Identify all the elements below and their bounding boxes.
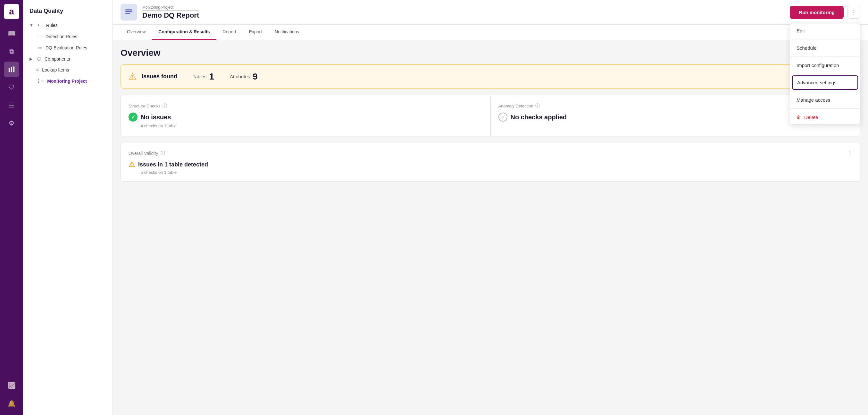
monitoring-icon: ⋮≡ bbox=[36, 78, 44, 84]
anomaly-info-icon: ⓘ bbox=[535, 103, 540, 109]
sidebar-label-detection-rules: Detection Rules bbox=[45, 34, 77, 39]
chevron-down-icon: ▼ bbox=[30, 23, 33, 28]
dropdown-delete[interactable]: 🗑 Delete bbox=[790, 110, 860, 124]
trash-icon: 🗑 bbox=[797, 115, 801, 120]
top-header: Monitoring Project Demo DQ Report Run mo… bbox=[113, 0, 868, 25]
tables-value: 1 bbox=[209, 71, 214, 82]
ok-icon: ✓ bbox=[128, 113, 137, 122]
structure-checks-card: Structure Checks ⓘ ✓ No issues 4 checks … bbox=[121, 95, 491, 136]
sidebar-label-components: Components bbox=[44, 56, 70, 62]
content-area: Overview ⚠ Issues found Tables 1 Attribu… bbox=[113, 40, 868, 415]
sidebar: Data Quality ▼ ≔ Rules ≔ Detection Rules… bbox=[23, 0, 113, 415]
tab-export[interactable]: Export bbox=[243, 25, 268, 40]
header-left: Monitoring Project Demo DQ Report bbox=[121, 4, 199, 21]
dropdown-divider-3 bbox=[790, 74, 860, 74]
dropdown-schedule[interactable]: Schedule bbox=[790, 41, 860, 55]
stat-separator bbox=[222, 72, 222, 81]
dropdown-divider-2 bbox=[790, 56, 860, 57]
sidebar-item-monitoring-project[interactable]: ⋮≡ Monitoring Project bbox=[23, 76, 113, 87]
validity-sub: 5 checks on 1 table bbox=[128, 170, 852, 175]
main-area: Monitoring Project Demo DQ Report Run mo… bbox=[113, 0, 868, 415]
structure-checks-status: ✓ No issues bbox=[128, 113, 483, 122]
issues-found-label: Issues found bbox=[142, 73, 177, 80]
tab-report[interactable]: Report bbox=[216, 25, 243, 40]
dropdown-import-config[interactable]: Import configuration bbox=[790, 58, 860, 72]
structure-checks-sub: 4 checks on 1 table bbox=[128, 123, 483, 128]
header-icon bbox=[121, 4, 137, 21]
tab-overview[interactable]: Overview bbox=[121, 25, 152, 40]
rules-icon: ≔ bbox=[38, 22, 43, 28]
nav-book[interactable]: 📖 bbox=[4, 26, 19, 41]
sidebar-item-detection-rules[interactable]: ≔ Detection Rules bbox=[23, 31, 113, 42]
more-options-button[interactable]: ⋮ bbox=[847, 6, 860, 19]
validity-warn-icon: ⚠ bbox=[128, 160, 135, 169]
nav-bell[interactable]: 🔔 bbox=[4, 396, 19, 411]
svg-rect-0 bbox=[9, 69, 10, 72]
app-logo[interactable]: a bbox=[4, 4, 19, 19]
sidebar-item-dq-eval-rules[interactable]: ≔ DQ Evaluation Rules bbox=[23, 42, 113, 53]
tab-config-results[interactable]: Configuration & Results bbox=[152, 25, 216, 40]
structure-checks-label: Structure Checks ⓘ bbox=[128, 103, 483, 109]
components-icon: ⬡ bbox=[37, 56, 41, 62]
detection-rules-icon: ≔ bbox=[37, 33, 42, 39]
tabs-bar: Overview Configuration & Results Report … bbox=[113, 25, 868, 40]
attributes-label: Attributes bbox=[230, 74, 250, 79]
tab-notifications[interactable]: Notifications bbox=[268, 25, 306, 40]
icon-bar: a 📖 ⧉ 🛡 ☰ ⚙ 📈 🔔 bbox=[0, 0, 23, 415]
svg-point-3 bbox=[9, 68, 10, 69]
nav-list[interactable]: ☰ bbox=[4, 97, 19, 113]
svg-rect-8 bbox=[125, 13, 130, 14]
svg-point-5 bbox=[13, 66, 15, 67]
nav-shield[interactable]: 🛡 bbox=[4, 80, 19, 95]
attributes-value: 9 bbox=[253, 71, 258, 82]
nav-pulse[interactable]: 📈 bbox=[4, 378, 19, 393]
header-title: Demo DQ Report bbox=[142, 11, 199, 20]
clock-icon: ○ bbox=[498, 113, 507, 122]
validity-more-button[interactable]: ⋮ bbox=[846, 149, 852, 157]
issues-stats: Tables 1 Attributes 9 bbox=[193, 71, 258, 82]
lookup-icon: ≡ bbox=[36, 67, 39, 73]
svg-rect-2 bbox=[13, 67, 15, 72]
header-right: Run monitoring ⋮ bbox=[790, 6, 860, 19]
sidebar-label-dq-eval-rules: DQ Evaluation Rules bbox=[45, 45, 87, 50]
svg-rect-1 bbox=[11, 68, 12, 72]
sidebar-label-monitoring-project: Monitoring Project bbox=[47, 79, 87, 84]
sidebar-label-lookup: Lookup Items bbox=[42, 67, 69, 72]
svg-rect-6 bbox=[125, 9, 132, 10]
chevron-right-icon: ▶ bbox=[30, 57, 32, 61]
svg-rect-7 bbox=[125, 11, 132, 12]
tables-label: Tables bbox=[193, 74, 207, 79]
dq-eval-rules-icon: ≔ bbox=[37, 45, 42, 51]
validity-label: Overall Validity ⓘ bbox=[128, 150, 165, 156]
validity-status: ⚠ Issues in 1 table detected bbox=[128, 160, 852, 169]
dropdown-divider-1 bbox=[790, 39, 860, 39]
dropdown-advanced-settings[interactable]: Advanced settings bbox=[792, 76, 858, 90]
validity-info-icon: ⓘ bbox=[161, 150, 165, 156]
overall-validity-card: Overall Validity ⓘ ⋮ ⚠ Issues in 1 table… bbox=[121, 143, 860, 181]
checks-cards-row: Structure Checks ⓘ ✓ No issues 4 checks … bbox=[121, 95, 860, 136]
dropdown-menu: Edit Schedule Import configuration Advan… bbox=[790, 23, 860, 125]
nav-chart[interactable] bbox=[4, 62, 19, 77]
structure-info-icon: ⓘ bbox=[162, 103, 167, 109]
sidebar-item-rules[interactable]: ▼ ≔ Rules bbox=[23, 20, 113, 31]
header-project-parent: Monitoring Project bbox=[142, 5, 199, 10]
svg-point-4 bbox=[11, 67, 12, 68]
run-monitoring-button[interactable]: Run monitoring bbox=[790, 6, 844, 19]
dropdown-manage-access[interactable]: Manage access bbox=[790, 93, 860, 107]
sidebar-item-lookup[interactable]: ≡ Lookup Items bbox=[23, 64, 113, 76]
sidebar-item-components[interactable]: ▶ ⬡ Components bbox=[23, 53, 113, 64]
nav-gear[interactable]: ⚙ bbox=[4, 115, 19, 131]
warning-icon: ⚠ bbox=[128, 71, 136, 82]
validity-header: Overall Validity ⓘ ⋮ bbox=[128, 149, 852, 157]
page-title: Overview bbox=[121, 48, 860, 58]
header-title-group: Monitoring Project Demo DQ Report bbox=[142, 5, 199, 20]
sidebar-title: Data Quality bbox=[23, 5, 113, 20]
dropdown-edit[interactable]: Edit bbox=[790, 23, 860, 38]
sidebar-label-rules: Rules bbox=[46, 23, 58, 28]
dropdown-divider-4 bbox=[790, 91, 860, 91]
issues-banner: ⚠ Issues found Tables 1 Attributes 9 bbox=[121, 64, 860, 89]
nav-layers[interactable]: ⧉ bbox=[4, 43, 19, 59]
